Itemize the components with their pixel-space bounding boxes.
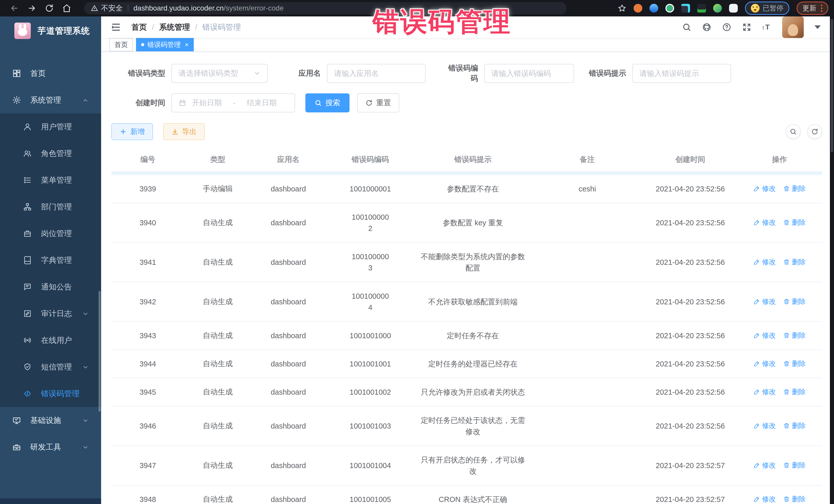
profile-paused-pill[interactable]: 已暂停 xyxy=(745,2,789,15)
sidebar-item[interactable]: 错误码管理 xyxy=(0,380,101,407)
sidebar-item[interactable]: 用户管理 xyxy=(0,113,101,140)
font-size-icon[interactable]: tT xyxy=(762,23,771,32)
edit-link[interactable]: 修改 xyxy=(753,218,776,227)
forward-icon[interactable] xyxy=(27,4,37,13)
edit-link[interactable]: 修改 xyxy=(753,461,776,470)
extension-icon[interactable] xyxy=(634,4,642,13)
edit-link[interactable]: 修改 xyxy=(753,387,776,396)
bookmark-star-icon[interactable] xyxy=(618,4,627,13)
extension-icon[interactable] xyxy=(681,4,690,13)
error-code-input[interactable] xyxy=(484,64,574,83)
github-icon[interactable] xyxy=(702,23,711,32)
sidebar-item[interactable]: 在线用户 xyxy=(0,327,101,354)
edit-link[interactable]: 修改 xyxy=(753,331,776,340)
field-label: 应用名 xyxy=(297,68,321,79)
browser-menu-icon[interactable] xyxy=(821,5,822,12)
cell-type: 自动生成 xyxy=(184,378,251,406)
table-row[interactable]: 3941自动生成dashboard100100000 3不能删除类型为系统内置的… xyxy=(111,242,822,282)
search-icon[interactable] xyxy=(682,23,691,32)
table-row[interactable]: 3943自动生成dashboard1001001000定时任务不存在2021-0… xyxy=(111,322,822,350)
help-icon[interactable] xyxy=(722,23,731,32)
column-header: 错误码提示 xyxy=(415,149,531,171)
extension-icon[interactable] xyxy=(713,4,722,13)
sidebar-item[interactable]: 通知公告 xyxy=(0,273,101,300)
tab-item[interactable]: 首页 xyxy=(109,38,133,51)
extension-icon[interactable] xyxy=(697,4,706,13)
error-hint-input[interactable] xyxy=(632,64,731,83)
add-button[interactable]: 新增 xyxy=(111,123,153,140)
refresh-table-button[interactable] xyxy=(807,124,822,139)
close-icon[interactable]: × xyxy=(185,41,189,48)
sidebar-item[interactable]: 岗位管理 xyxy=(0,220,101,247)
sidebar-item[interactable]: 首页 xyxy=(0,60,101,87)
cell-msg: 只允许修改为开启或者关闭状态 xyxy=(415,378,531,406)
delete-link[interactable]: 删除 xyxy=(783,331,806,340)
edit-link[interactable]: 修改 xyxy=(753,421,776,430)
cell-app: dashboard xyxy=(251,350,325,378)
table-row[interactable]: 3945自动生成dashboard1001001002只允许修改为开启或者关闭状… xyxy=(111,378,822,406)
table-row[interactable]: 3947自动生成dashboard1001001004只有开启状态的任务，才可以… xyxy=(111,446,822,485)
delete-link[interactable]: 删除 xyxy=(783,421,806,430)
table-row[interactable]: 3946自动生成dashboard1001001003定时任务已经处于该状态，无… xyxy=(111,406,822,446)
error-code-type-select[interactable]: 请选择错误码类型 xyxy=(171,64,268,83)
browser-update-button[interactable]: 更新 xyxy=(796,2,828,15)
app-name-input[interactable] xyxy=(327,64,426,83)
sidebar-item[interactable]: 短信管理 xyxy=(0,354,101,380)
page-scrollbar[interactable] xyxy=(830,17,834,504)
toggle-search-button[interactable] xyxy=(786,124,800,139)
edit-link[interactable]: 修改 xyxy=(753,297,776,306)
delete-link[interactable]: 删除 xyxy=(783,297,806,306)
edit-link[interactable]: 修改 xyxy=(753,359,776,368)
fullscreen-icon[interactable] xyxy=(742,23,751,32)
cell-actions: 修改删除 xyxy=(737,350,822,378)
refresh-icon xyxy=(366,99,373,107)
delete-link[interactable]: 删除 xyxy=(783,184,806,193)
breadcrumb-item[interactable]: 首页 xyxy=(131,22,147,32)
export-button[interactable]: 导出 xyxy=(163,123,205,140)
table-row[interactable]: 3940自动生成dashboard100100000 2参数配置 key 重复2… xyxy=(111,203,822,242)
sidebar-item[interactable]: 基础设施 xyxy=(0,407,101,434)
sidebar-item[interactable]: 部门管理 xyxy=(0,194,101,220)
user-avatar[interactable] xyxy=(782,17,804,38)
delete-link[interactable]: 删除 xyxy=(783,461,806,470)
extension-icon[interactable] xyxy=(665,4,674,13)
reload-icon[interactable] xyxy=(45,4,54,13)
delete-link[interactable]: 删除 xyxy=(783,359,806,368)
edit-link[interactable]: 修改 xyxy=(753,495,776,504)
breadcrumb-item[interactable]: 系统管理 xyxy=(159,22,190,32)
extension-icon[interactable] xyxy=(650,4,658,13)
chevron-down-icon[interactable] xyxy=(814,25,821,29)
sidebar-item[interactable]: 角色管理 xyxy=(0,140,101,167)
date-range-picker[interactable]: 开始日期 - 结束日期 xyxy=(171,93,295,112)
sidebar-scrollbar[interactable] xyxy=(98,291,101,412)
table-row[interactable]: 3948自动生成dashboard1001001005CRON 表达式不正确20… xyxy=(111,485,822,504)
calendar-icon xyxy=(179,99,186,107)
edit-link[interactable]: 修改 xyxy=(753,184,776,193)
extension-puzzle-icon[interactable] xyxy=(729,4,738,13)
edit-link[interactable]: 修改 xyxy=(753,257,776,267)
tab-active[interactable]: 错误码管理× xyxy=(136,38,194,51)
table-row[interactable]: 3942自动生成dashboard100100000 4不允许获取敏感配置到前端… xyxy=(111,282,822,322)
back-icon[interactable] xyxy=(10,4,19,13)
edit-icon xyxy=(753,422,760,429)
home-icon[interactable] xyxy=(62,4,71,13)
scrollbar-thumb[interactable] xyxy=(831,19,833,152)
table-row[interactable]: 3944自动生成dashboard1001001001定时任务的处理器已经存在2… xyxy=(111,350,822,378)
delete-link[interactable]: 删除 xyxy=(783,218,806,227)
sidebar-item[interactable]: 字典管理 xyxy=(0,247,101,273)
search-button[interactable]: 搜索 xyxy=(305,93,350,112)
delete-link[interactable]: 删除 xyxy=(783,387,806,396)
sidebar-item[interactable]: 研发工具 xyxy=(0,434,101,460)
delete-link[interactable]: 删除 xyxy=(783,495,806,504)
sidebar-item[interactable]: 菜单管理 xyxy=(0,167,101,194)
cell-type: 手动编辑 xyxy=(184,175,251,203)
sidebar-item[interactable]: 审计日志 xyxy=(0,300,101,327)
delete-link[interactable]: 删除 xyxy=(783,257,806,267)
sidebar-item[interactable]: 系统管理 xyxy=(0,87,101,113)
announcement-icon xyxy=(23,283,32,291)
reset-button[interactable]: 重置 xyxy=(357,93,399,112)
app-logo[interactable]: 芋道管理系统 xyxy=(0,17,101,45)
table-row[interactable]: 3939手动编辑dashboard1001000001参数配置不存在ceshi2… xyxy=(111,175,822,203)
edit-icon xyxy=(753,259,760,265)
hamburger-icon[interactable] xyxy=(111,22,121,32)
